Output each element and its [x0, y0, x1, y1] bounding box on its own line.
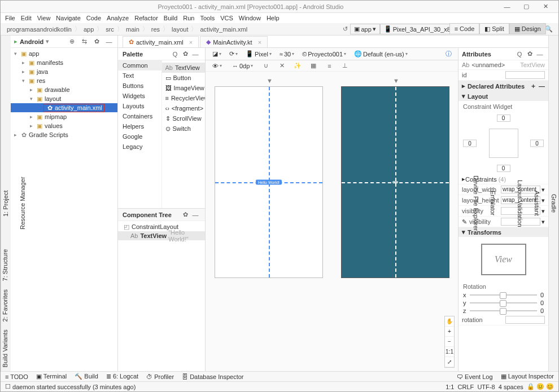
tree-layout[interactable]: ▾▣layout — [11, 94, 117, 103]
cw-top[interactable]: 0 — [497, 114, 510, 122]
gear-icon[interactable]: ✿ — [91, 37, 102, 47]
palette-group-containers[interactable]: Containers — [118, 111, 161, 121]
rotation-z-slider[interactable]: z0 — [458, 307, 548, 315]
minimize-button[interactable]: — — [497, 3, 517, 10]
guideline-icon[interactable]: ⊥ — [340, 61, 350, 71]
tree-res[interactable]: ▾▣res — [11, 76, 117, 85]
palette-group-widgets[interactable]: Widgets — [118, 91, 161, 101]
clear-constraints-icon[interactable]: ✕ — [277, 61, 287, 71]
sidetab-device-file[interactable]: Device File Explorer — [473, 175, 479, 231]
crumb-root[interactable]: programasandroidkotlin — [5, 26, 73, 33]
zoom-in-button[interactable]: + — [445, 327, 454, 337]
menu-vcs[interactable]: VCS — [220, 15, 233, 21]
autoconnect-icon[interactable]: ∪ — [261, 61, 271, 71]
menu-code[interactable]: Code — [86, 15, 101, 21]
widget-button[interactable]: ▭Button — [162, 73, 206, 83]
tree-mipmap[interactable]: ▸▣mipmap — [11, 112, 117, 121]
search-icon[interactable]: Q — [514, 49, 525, 59]
crumb-file[interactable]: activity_main.xml — [198, 26, 249, 33]
project-view-selector[interactable]: Android — [20, 38, 43, 45]
default-margin[interactable]: ↔ 0dp▾ — [230, 63, 255, 69]
tw-todo[interactable]: ≡ TODO — [5, 373, 28, 380]
zoom-full-button[interactable]: ⤢ — [445, 357, 454, 367]
menu-help[interactable]: Help — [267, 15, 280, 21]
project-tree[interactable]: ▾▣app ▸▣manifests ▸▣java ▾▣res ▸▣drawabl… — [11, 48, 117, 371]
run-config-app[interactable]: ▣ app ▾ — [350, 24, 379, 34]
menu-run[interactable]: Run — [183, 15, 194, 21]
palette-group-layouts[interactable]: Layouts — [118, 101, 161, 111]
crumb-app[interactable]: app — [82, 26, 95, 33]
smiley2-icon[interactable]: 😊 — [546, 383, 554, 390]
sidetab-resmgr[interactable]: Resource Manager — [19, 177, 26, 230]
rotation-y-slider[interactable]: y0 — [458, 299, 548, 307]
tw-database[interactable]: 🗄 Database Inspector — [182, 373, 243, 380]
close-icon[interactable]: × — [186, 39, 193, 46]
tree-gradle[interactable]: ▸✿Gradle Scripts — [11, 130, 117, 139]
tab-activity-main[interactable]: ✿activity_main.xml× — [123, 36, 199, 47]
sidetab-emulator[interactable]: Emulator — [490, 191, 496, 215]
menu-refactor[interactable]: Refactor — [134, 15, 158, 21]
search-icon[interactable]: Q — [170, 49, 180, 59]
menu-tools[interactable]: Tools — [200, 15, 215, 21]
zoom-out-button[interactable]: − — [445, 337, 454, 347]
widget-textview[interactable]: AbTextView — [162, 63, 206, 73]
menu-build[interactable]: Build — [164, 15, 177, 21]
palette-group-common[interactable]: Common — [118, 60, 161, 71]
sec-transforms[interactable]: ▾Transforms — [458, 227, 548, 237]
maximize-button[interactable]: ▢ — [517, 3, 536, 10]
cw-left[interactable]: 0 — [463, 140, 477, 147]
sidetab-favorites[interactable]: 2: Favorites — [2, 289, 8, 321]
tw-event-log[interactable]: 🗨 Event Log — [457, 373, 493, 380]
locate-icon[interactable]: ⊕ — [67, 37, 77, 47]
widget-fragment[interactable]: ‹›<fragment> — [162, 103, 206, 113]
palette-group-buttons[interactable]: Buttons — [118, 81, 161, 91]
view-options[interactable]: 👁▾ — [210, 63, 224, 69]
rotation-input[interactable] — [505, 316, 545, 324]
orientation-toggle[interactable]: ⟳▾ — [227, 50, 240, 58]
sidetab-build-variants[interactable]: Build Variants — [2, 329, 8, 367]
tw-profiler[interactable]: ⏱ Profiler — [146, 373, 174, 380]
tw-logcat[interactable]: ≣ 6: Logcat — [106, 373, 138, 380]
design-surface[interactable]: Hello World! — [215, 86, 323, 278]
design-canvas[interactable]: ▼ ▼ Hello World! ✋ — [206, 72, 458, 371]
menu-window[interactable]: Window — [239, 15, 261, 21]
crumb-src[interactable]: src — [104, 26, 116, 33]
api-selector[interactable]: ≈ 30▾ — [277, 51, 296, 58]
tree-drawable[interactable]: ▸▣drawable — [11, 85, 117, 94]
constraint-widget[interactable]: 0 0 0 0 — [458, 112, 548, 174]
info-icon[interactable]: ⓘ — [443, 49, 453, 59]
sync-icon[interactable]: ↺ — [340, 24, 350, 34]
cw-bottom[interactable]: 0 — [497, 165, 510, 172]
menu-analyze[interactable]: Analyze — [107, 15, 129, 21]
status-eol[interactable]: CRLF — [458, 384, 474, 390]
status-indent[interactable]: 4 spaces — [499, 384, 523, 390]
palette-group-helpers[interactable]: Helpers — [118, 121, 161, 131]
palette-group-legacy[interactable]: Legacy — [118, 142, 161, 152]
infer-constraints-icon[interactable]: ✨ — [292, 61, 303, 71]
menu-navigate[interactable]: Navigate — [56, 15, 80, 21]
gear-icon[interactable]: ✿ — [180, 210, 190, 220]
align-icon[interactable]: ≡ — [324, 61, 334, 71]
close-icon[interactable]: × — [255, 39, 261, 46]
pan-button[interactable]: ✋ — [445, 316, 454, 327]
locale-selector[interactable]: 🌐 Default (en-us)▾ — [352, 50, 410, 58]
status-pos[interactable]: 1:1 — [446, 384, 454, 390]
tree-app[interactable]: ▾▣app — [11, 49, 117, 58]
tw-terminal[interactable]: ▣ Terminal — [36, 373, 67, 380]
id-input[interactable] — [505, 71, 545, 79]
menu-file[interactable]: File — [5, 15, 15, 21]
widget-recyclerview[interactable]: ≡RecyclerView — [162, 93, 206, 103]
collapse-icon[interactable]: ⇆ — [79, 37, 89, 47]
zoom-fit-button[interactable]: 1:1 — [445, 347, 454, 357]
palette-group-google[interactable]: Google — [118, 131, 161, 142]
textview-element-bp[interactable] — [392, 181, 398, 183]
tw-build[interactable]: 🔨 Build — [75, 373, 98, 380]
crumb-layout[interactable]: layout — [170, 26, 190, 33]
gear-icon[interactable]: ✿ — [525, 49, 535, 59]
sec-layout[interactable]: ▾Layout — [458, 91, 548, 101]
blueprint-surface[interactable] — [341, 86, 449, 278]
widget-switch[interactable]: ⊙Switch — [162, 124, 206, 134]
sidetab-structure[interactable]: 7: Structure — [2, 249, 8, 281]
tab-mainactivity[interactable]: ◆MainActivity.kt× — [200, 36, 268, 47]
gear-icon[interactable]: ✿ — [180, 49, 190, 59]
